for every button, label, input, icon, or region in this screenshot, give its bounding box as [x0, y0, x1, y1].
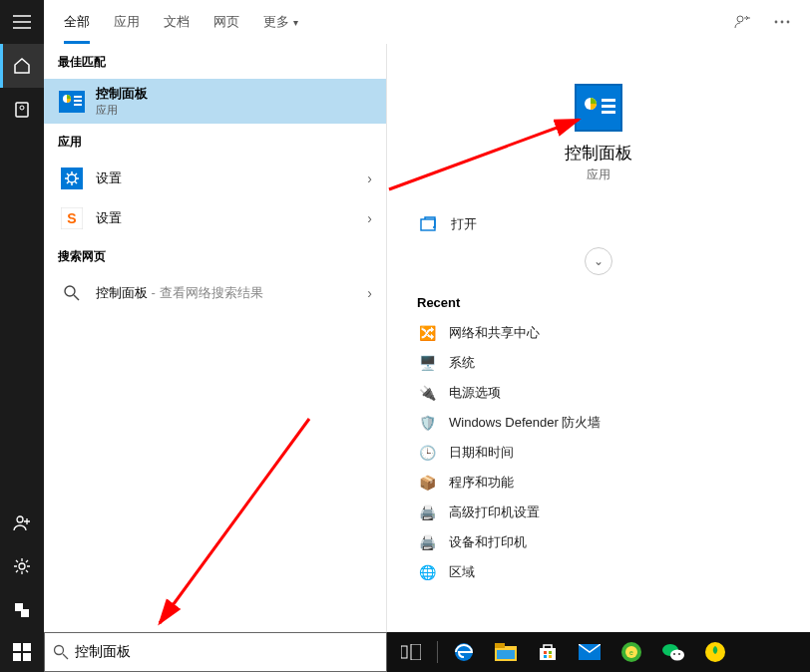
- left-icon-bar: [0, 0, 44, 632]
- mail-icon[interactable]: [570, 632, 609, 672]
- programs-icon: 📦: [417, 473, 437, 493]
- search-icon: [53, 644, 69, 660]
- result-settings-2[interactable]: S 设置 ›: [44, 198, 386, 238]
- section-web: 搜索网页: [44, 238, 386, 273]
- devices-icon: 🖨️: [417, 532, 437, 552]
- svg-point-9: [787, 21, 790, 24]
- task-view-icon[interactable]: [391, 632, 431, 672]
- result-web-search[interactable]: 控制面板 - 查看网络搜索结果 ›: [44, 273, 386, 313]
- tab-documents[interactable]: 文档: [152, 0, 202, 44]
- svg-rect-13: [74, 100, 82, 102]
- preview-title: 控制面板: [417, 142, 780, 165]
- 360-icon[interactable]: e: [611, 632, 651, 672]
- recent-item[interactable]: 🛡️Windows Defender 防火墙: [417, 408, 780, 438]
- recent-item[interactable]: 🖨️高级打印机设置: [417, 498, 780, 527]
- printer-adv-icon: 🖨️: [417, 503, 437, 522]
- svg-rect-29: [23, 653, 31, 661]
- chevron-right-icon: ›: [367, 170, 372, 186]
- svg-rect-24: [602, 111, 615, 114]
- tab-apps[interactable]: 应用: [102, 0, 152, 44]
- gear-icon[interactable]: [0, 544, 44, 588]
- system-icon: 🖥️: [417, 353, 437, 373]
- home-icon[interactable]: [0, 44, 44, 88]
- open-action[interactable]: 打开: [417, 213, 780, 235]
- svg-rect-5: [21, 609, 29, 617]
- tab-all[interactable]: 全部: [52, 0, 102, 44]
- svg-point-2: [17, 516, 23, 522]
- svg-point-30: [55, 646, 64, 655]
- section-apps: 应用: [44, 124, 386, 159]
- svg-rect-28: [13, 653, 21, 661]
- settings-gear-icon: [58, 165, 86, 192]
- svg-rect-32: [411, 644, 421, 660]
- recent-item[interactable]: 🔌电源选项: [417, 378, 780, 408]
- svg-rect-37: [540, 648, 556, 660]
- recent-item[interactable]: 🖨️设备和打印机: [417, 527, 780, 557]
- recent-item[interactable]: 📦程序和功能: [417, 468, 780, 498]
- results-list: 最佳匹配 控制面板 应用 应用 设置 › S: [44, 44, 387, 632]
- svg-rect-41: [549, 655, 552, 658]
- user-add-icon[interactable]: [0, 501, 44, 544]
- more-options-icon[interactable]: [762, 0, 802, 44]
- region-icon: 🌐: [417, 562, 437, 582]
- result-settings-1[interactable]: 设置 ›: [44, 159, 386, 198]
- result-control-panel[interactable]: 控制面板 应用: [44, 79, 386, 124]
- svg-point-47: [670, 650, 684, 661]
- chevron-right-icon: ›: [367, 210, 372, 226]
- chevron-right-icon: ›: [367, 285, 372, 301]
- svg-rect-35: [495, 643, 505, 648]
- preview-pane: 控制面板 应用 打开 ⌄ Recent 🔀网络和共享中心 🖥️系统 🔌电源选项 …: [387, 44, 810, 632]
- search-icon: [58, 279, 86, 307]
- wechat-icon[interactable]: [653, 632, 693, 672]
- qqmusic-icon[interactable]: [695, 632, 735, 672]
- result-label: 设置: [96, 169, 367, 187]
- taskbar-separator: [437, 641, 438, 663]
- svg-text:e: e: [629, 649, 633, 656]
- svg-point-48: [673, 653, 675, 655]
- result-label: 控制面板 - 查看网络搜索结果: [96, 284, 367, 302]
- recent-item[interactable]: 🔀网络和共享中心: [417, 318, 780, 348]
- svg-rect-14: [74, 104, 82, 106]
- svg-rect-36: [497, 650, 515, 659]
- preview-control-panel-icon: [575, 84, 622, 132]
- search-box[interactable]: [44, 632, 387, 672]
- svg-rect-38: [544, 651, 547, 654]
- svg-point-7: [775, 21, 778, 24]
- open-label: 打开: [451, 215, 477, 233]
- lock-icon[interactable]: [0, 588, 44, 632]
- recent-item[interactable]: 🌐区域: [417, 557, 780, 587]
- store-icon[interactable]: [528, 632, 568, 672]
- hamburger-icon[interactable]: [0, 0, 44, 44]
- result-title: 控制面板: [96, 85, 372, 103]
- svg-rect-40: [544, 655, 547, 658]
- book-icon[interactable]: [0, 88, 44, 132]
- result-label: 设置: [96, 209, 367, 227]
- sogou-settings-icon: S: [58, 204, 86, 232]
- svg-point-49: [678, 653, 680, 655]
- svg-point-19: [65, 286, 75, 296]
- svg-point-1: [20, 106, 24, 110]
- expand-chevron-icon[interactable]: ⌄: [585, 247, 612, 275]
- tab-web[interactable]: 网页: [202, 0, 251, 44]
- svg-rect-23: [602, 105, 615, 108]
- tab-more[interactable]: 更多▾: [251, 0, 310, 44]
- svg-point-6: [737, 16, 743, 22]
- start-button[interactable]: [0, 632, 44, 672]
- control-panel-icon: [58, 88, 86, 116]
- feedback-icon[interactable]: [722, 0, 762, 44]
- svg-rect-26: [13, 643, 21, 651]
- power-icon: 🔌: [417, 383, 437, 403]
- results-content: 最佳匹配 控制面板 应用 应用 设置 › S: [44, 44, 810, 632]
- bottom-bar: e: [0, 632, 810, 672]
- explorer-icon[interactable]: [486, 632, 526, 672]
- svg-rect-15: [61, 168, 83, 189]
- recent-item[interactable]: 🕒日期和时间: [417, 438, 780, 468]
- search-input[interactable]: [75, 644, 378, 660]
- svg-rect-25: [421, 219, 435, 230]
- svg-rect-27: [23, 643, 31, 651]
- taskbar: e: [387, 632, 810, 672]
- search-window: 全部 应用 文档 网页 更多▾ 最佳匹配 控制面板 应用 应用: [44, 0, 810, 632]
- edge-icon[interactable]: [444, 632, 484, 672]
- recent-item[interactable]: 🖥️系统: [417, 348, 780, 378]
- svg-rect-12: [74, 96, 82, 98]
